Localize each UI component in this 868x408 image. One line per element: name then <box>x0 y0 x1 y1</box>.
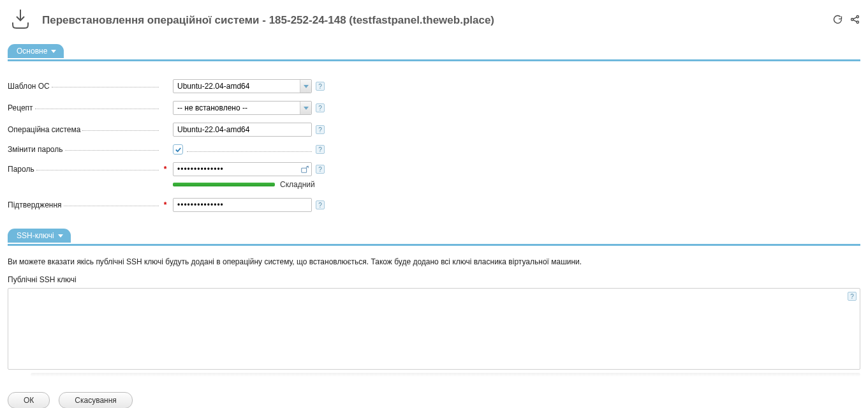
refresh-icon[interactable] <box>832 14 843 27</box>
svg-point-0 <box>851 18 853 20</box>
tab-main[interactable]: Основне <box>8 44 64 58</box>
label-ssh-keys: Публічні SSH ключі <box>8 275 860 284</box>
section-divider <box>8 59 860 61</box>
row-change-password: Змінити пароль ? <box>8 144 860 155</box>
dropdown-toggle[interactable] <box>300 80 311 93</box>
button-row: ОК Скасування <box>8 392 860 408</box>
select-os-template[interactable] <box>173 79 312 93</box>
select-os-template-value[interactable] <box>173 79 312 93</box>
svg-rect-3 <box>302 168 307 172</box>
row-confirm: Підтвердження * ? <box>8 198 860 212</box>
help-icon[interactable]: ? <box>316 82 325 91</box>
chevron-down-icon <box>304 85 309 88</box>
dropdown-toggle[interactable] <box>300 102 311 114</box>
help-icon[interactable]: ? <box>848 292 857 301</box>
page-title: Перевстановлення операційної системи - 1… <box>42 14 832 27</box>
row-os: Операційна система ? <box>8 123 860 137</box>
page-header: Перевстановлення операційної системи - 1… <box>8 8 860 33</box>
checkbox-change-password[interactable] <box>173 144 183 155</box>
row-recipe: Рецепт ? <box>8 101 860 115</box>
svg-point-1 <box>857 15 858 17</box>
select-recipe[interactable] <box>173 101 312 115</box>
label-password: Пароль <box>8 165 34 174</box>
ssh-description: Ви можете вказати якісь публічні SSH клю… <box>8 257 860 266</box>
label-confirm: Підтвердження <box>8 200 62 209</box>
section-divider <box>8 244 860 246</box>
help-icon[interactable]: ? <box>316 145 325 154</box>
required-marker: * <box>163 200 168 209</box>
share-icon[interactable] <box>850 14 860 27</box>
svg-point-2 <box>857 21 858 23</box>
tab-ssh-label: SSH-ключі <box>17 231 54 240</box>
input-os[interactable] <box>173 123 312 137</box>
label-os: Операційна система <box>8 125 80 134</box>
label-recipe: Рецепт <box>8 103 33 112</box>
strength-bar <box>173 183 275 186</box>
row-password: Пароль * ? <box>8 162 860 176</box>
cancel-button[interactable]: Скасування <box>59 392 133 408</box>
textarea-ssh-keys[interactable] <box>8 288 860 370</box>
help-icon[interactable]: ? <box>316 165 325 174</box>
input-password[interactable] <box>173 162 312 176</box>
chevron-down-icon <box>51 50 56 53</box>
label-os-template: Шаблон ОС <box>8 82 50 91</box>
help-icon[interactable]: ? <box>316 125 325 134</box>
help-icon[interactable]: ? <box>316 200 325 209</box>
required-marker: * <box>163 165 168 174</box>
strength-label: Складний <box>280 180 315 189</box>
row-os-template: Шаблон ОС ? <box>8 79 860 93</box>
tab-main-label: Основне <box>17 47 47 56</box>
select-recipe-value[interactable] <box>173 101 312 115</box>
chevron-down-icon <box>58 234 63 238</box>
footer-shadow <box>31 373 860 377</box>
label-change-password: Змінити пароль <box>8 145 63 154</box>
header-actions <box>832 14 860 27</box>
main-form: Шаблон ОС ? Рецепт ? Операційна си <box>8 79 860 212</box>
input-confirm[interactable] <box>173 198 312 212</box>
ok-button[interactable]: ОК <box>8 392 50 408</box>
help-icon[interactable]: ? <box>316 103 325 112</box>
chevron-down-icon <box>304 107 309 110</box>
tab-ssh[interactable]: SSH-ключі <box>8 229 71 243</box>
generate-password-icon[interactable] <box>299 163 311 175</box>
download-icon <box>8 8 33 33</box>
password-strength: Складний <box>173 180 860 189</box>
